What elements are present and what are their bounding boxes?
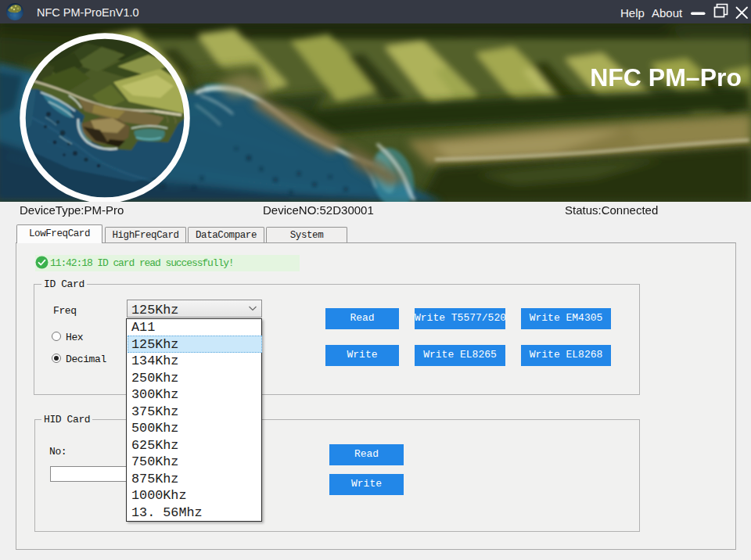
svg-text:NFC PM–Pro: NFC PM–Pro <box>590 63 742 92</box>
